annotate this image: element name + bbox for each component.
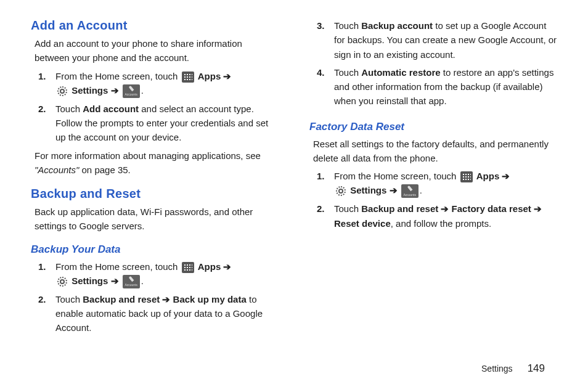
step-3: 3. Touch Backup account to set up a Goog… <box>313 18 557 62</box>
step-number: 1. <box>38 259 46 274</box>
settings-label: Settings <box>350 185 386 195</box>
step-text: From the Home screen, touch <box>55 71 181 81</box>
step-text: , and follow the prompts. <box>391 218 491 229</box>
intro-factory-reset: Reset all settings to the factory defaul… <box>309 137 557 166</box>
page-footer: Settings 149 <box>481 362 545 375</box>
intro-add-account: Add an account to your phone to share in… <box>31 36 279 65</box>
settings-icon <box>57 86 68 97</box>
apps-icon <box>182 262 194 273</box>
two-column-layout: Add an Account Add an account to your ph… <box>31 18 557 351</box>
arrow-icon: ➔ <box>441 203 449 214</box>
steps-factory-reset: 1. From the Home screen, touch Apps ➔ Se… <box>309 169 557 234</box>
bold-text: Backup and reset <box>83 294 160 304</box>
accounts-icon <box>123 84 140 98</box>
steps-backup-data: 1. From the Home screen, touch Apps ➔ Se… <box>31 259 279 339</box>
step-1: 1. From the Home screen, touch Apps ➔ Se… <box>35 259 279 288</box>
steps-add-account: 1. From the Home screen, touch Apps ➔ Se… <box>31 69 279 149</box>
bold-text: Back up my data <box>173 294 247 304</box>
bold-text: Backup and reset <box>361 203 438 214</box>
bold-text: Backup account <box>361 20 433 31</box>
heading-backup-reset: Backup and Reset <box>31 187 279 201</box>
step-text: Touch <box>334 203 361 214</box>
footer-section: Settings <box>481 364 513 374</box>
bold-text: Factory data reset <box>452 203 531 214</box>
step-text: Touch <box>55 104 83 114</box>
heading-backup-data: Backup Your Data <box>31 243 279 256</box>
footer-page-number: 149 <box>528 362 545 375</box>
steps-continued: 3. Touch Backup account to set up a Goog… <box>309 18 557 112</box>
step-number: 2. <box>317 202 325 216</box>
step-text: From the Home screen, touch <box>334 171 459 181</box>
step-4: 4. Touch Automatic restore to restore an… <box>313 65 557 108</box>
step-text: From the Home screen, touch <box>55 261 181 272</box>
step-number: 1. <box>38 69 46 83</box>
more-text: on page 35. <box>79 165 130 175</box>
arrow-icon: ➔ <box>502 171 510 181</box>
arrow-icon: ➔ <box>111 85 119 96</box>
apps-icon <box>460 171 473 182</box>
accounts-icon <box>123 275 140 288</box>
arrow-icon: ➔ <box>223 261 231 272</box>
step-2: 2. Touch Backup and reset ➔ Back up my d… <box>35 292 279 335</box>
step-number: 2. <box>38 292 46 306</box>
period: . <box>420 185 422 195</box>
settings-label: Settings <box>71 276 108 286</box>
step-number: 3. <box>317 18 325 33</box>
step-text: Touch <box>334 20 361 31</box>
step-1: 1. From the Home screen, touch Apps ➔ Se… <box>313 169 557 198</box>
bold-text: Add account <box>83 104 139 114</box>
period: . <box>141 276 144 286</box>
intro-backup-reset: Back up application data, Wi-Fi password… <box>31 205 279 234</box>
step-1: 1. From the Home screen, touch Apps ➔ Se… <box>35 69 279 98</box>
apps-icon <box>182 71 194 83</box>
bold-text: Automatic restore <box>361 67 440 78</box>
bold-text: Reset device <box>334 218 391 229</box>
settings-icon <box>57 276 68 287</box>
step-number: 1. <box>317 169 325 183</box>
arrow-icon: ➔ <box>162 294 170 304</box>
arrow-icon: ➔ <box>390 185 398 195</box>
right-column: 3. Touch Backup account to set up a Goog… <box>309 18 557 351</box>
step-2: 2. Touch Backup and reset ➔ Factory data… <box>313 202 557 231</box>
heading-factory-reset: Factory Data Reset <box>309 121 557 133</box>
apps-label: Apps <box>198 261 221 272</box>
accounts-icon <box>401 184 419 198</box>
more-text: For more information about managing appl… <box>35 150 261 161</box>
step-number: 2. <box>38 102 46 116</box>
arrow-icon: ➔ <box>534 203 542 214</box>
step-number: 4. <box>317 65 325 80</box>
settings-icon <box>335 186 346 197</box>
step-text: Touch <box>55 294 83 304</box>
settings-label: Settings <box>71 85 108 96</box>
period: . <box>141 85 144 96</box>
arrow-icon: ➔ <box>223 71 231 81</box>
apps-label: Apps <box>198 71 221 81</box>
left-column: Add an Account Add an account to your ph… <box>31 18 279 351</box>
arrow-icon: ➔ <box>111 276 119 286</box>
step-2: 2. Touch Add account and select an accou… <box>35 102 279 145</box>
step-text: Touch <box>334 67 361 78</box>
italic-ref: "Accounts" <box>35 165 79 175</box>
more-info: For more information about managing appl… <box>31 149 279 178</box>
heading-add-account: Add an Account <box>31 18 279 33</box>
apps-label: Apps <box>476 171 500 181</box>
